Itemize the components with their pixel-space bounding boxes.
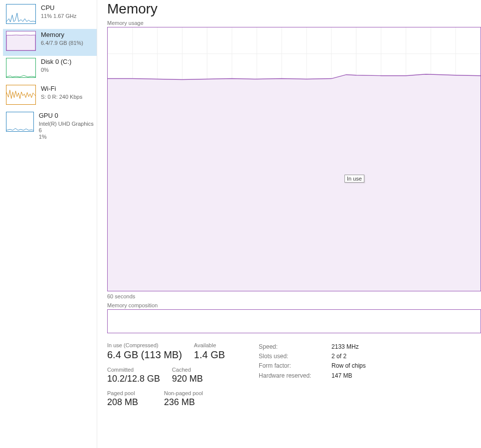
sidebar-item-gpu[interactable]: GPU 0 Intel(R) UHD Graphics 6 1% xyxy=(3,110,97,145)
sidebar-wifi-sub: S: 0 R: 240 Kbps xyxy=(41,94,82,100)
sidebar-cpu-sub: 11% 1.67 GHz xyxy=(41,13,77,19)
memory-usage-chart: In use xyxy=(107,27,481,291)
in-use-value: 6.4 GB (113 MB) xyxy=(107,349,182,361)
sidebar-item-memory[interactable]: Memory 6.4/7.9 GB (81%) xyxy=(3,29,97,56)
spec-table: Speed: 2133 MHz Slots used: 2 of 2 Form … xyxy=(259,342,366,408)
sidebar-item-cpu[interactable]: CPU 11% 1.67 GHz xyxy=(3,2,97,29)
wifi-thumbnail-icon xyxy=(6,85,36,105)
in-use-label: In use (Compressed) xyxy=(107,342,182,348)
sidebar-item-disk[interactable]: Disk 0 (C:) 0% xyxy=(3,56,97,83)
available-label: Available xyxy=(194,342,239,348)
chart-tooltip: In use xyxy=(344,175,364,183)
available-value: 1.4 GB xyxy=(194,349,239,361)
sidebar-memory-title: Memory xyxy=(41,31,83,39)
spec-row: Slots used: 2 of 2 xyxy=(259,352,366,361)
sidebar: CPU 11% 1.67 GHz Memory 6.4/7.9 GB (81%)… xyxy=(0,0,97,448)
sidebar-wifi-title: Wi-Fi xyxy=(41,85,82,93)
usage-label: Memory usage xyxy=(107,20,481,26)
committed-value: 10.2/12.8 GB xyxy=(107,374,160,384)
main-panel: Memory Memory usage xyxy=(97,0,481,448)
sidebar-disk-title: Disk 0 (C:) xyxy=(41,58,71,66)
sidebar-disk-sub: 0% xyxy=(41,67,71,73)
page-title: Memory xyxy=(107,1,481,17)
memory-thumbnail-icon xyxy=(6,31,36,51)
stats-section: In use (Compressed) 6.4 GB (113 MB) Avai… xyxy=(107,342,481,408)
cached-value: 920 MB xyxy=(172,374,217,384)
sidebar-gpu-sub: Intel(R) UHD Graphics 6 1% xyxy=(39,121,94,141)
paged-value: 208 MB xyxy=(107,397,152,408)
memory-composition-bar xyxy=(107,309,481,333)
nonpaged-label: Non-paged pool xyxy=(164,390,209,396)
gpu-thumbnail-icon xyxy=(6,112,34,132)
composition-label: Memory composition xyxy=(107,302,481,308)
chart-axis-label: 60 seconds xyxy=(107,293,481,299)
disk-thumbnail-icon xyxy=(6,58,36,78)
committed-label: Committed xyxy=(107,367,160,373)
sidebar-cpu-title: CPU xyxy=(41,4,77,12)
cached-label: Cached xyxy=(172,367,217,373)
paged-label: Paged pool xyxy=(107,390,152,396)
nonpaged-value: 236 MB xyxy=(164,397,209,408)
sidebar-item-wifi[interactable]: Wi-Fi S: 0 R: 240 Kbps xyxy=(3,83,97,110)
spec-row: Hardware reserved: 147 MB xyxy=(259,371,366,381)
cpu-thumbnail-icon xyxy=(6,4,36,24)
spec-row: Speed: 2133 MHz xyxy=(259,342,366,352)
sidebar-memory-sub: 6.4/7.9 GB (81%) xyxy=(41,40,83,46)
spec-row: Form factor: Row of chips xyxy=(259,361,366,371)
sidebar-gpu-title: GPU 0 xyxy=(39,112,94,120)
